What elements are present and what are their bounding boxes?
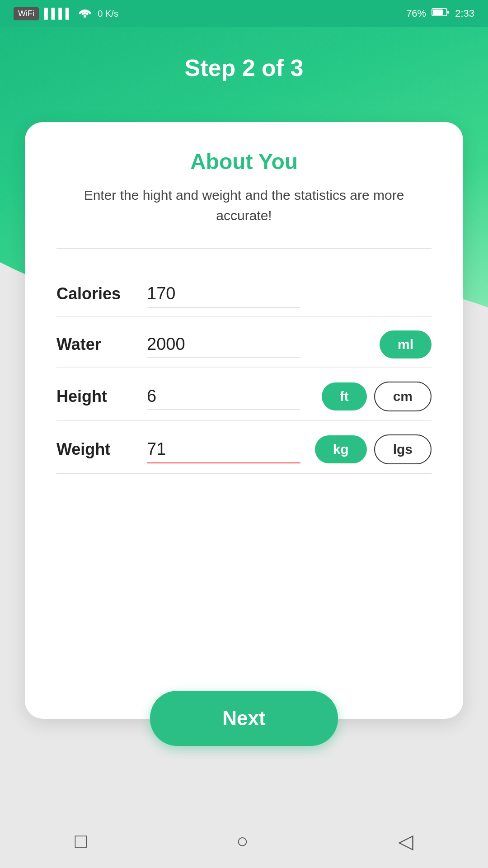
step-title-container: Step 2 of 3 (0, 54, 488, 81)
next-button-container: Next (25, 691, 463, 746)
nav-square-icon[interactable]: □ (75, 830, 87, 852)
signal-icon: ▌▌▌▌ (44, 8, 72, 19)
svg-rect-3 (447, 11, 449, 14)
water-input[interactable] (147, 331, 300, 358)
height-cm-button[interactable]: cm (374, 382, 432, 411)
height-ft-button[interactable]: ft (322, 382, 367, 410)
height-input[interactable] (147, 383, 300, 410)
height-label: Height (56, 387, 133, 406)
weight-lgs-button[interactable]: lgs (374, 434, 432, 464)
water-ml-button[interactable]: ml (380, 330, 432, 359)
bottom-nav: □ ○ ◁ (0, 814, 488, 868)
water-unit-group: ml (380, 330, 432, 359)
card-title: About You (56, 149, 432, 174)
battery-pct: 76% (406, 8, 426, 19)
main-card: About You Enter the hight and weight and… (25, 122, 463, 719)
nav-back-icon[interactable]: ◁ (398, 830, 413, 853)
height-unit-group: ft cm (322, 382, 432, 411)
svg-point-0 (84, 15, 86, 18)
water-row: Water ml (56, 317, 432, 368)
calories-input[interactable] (147, 280, 300, 307)
weight-label: Weight (56, 440, 133, 459)
status-right: 76% 2:33 (406, 7, 474, 20)
time-display: 2:33 (455, 8, 474, 19)
status-bar: WiFi ▌▌▌▌ 0 K/s 76% 2:33 (0, 0, 488, 27)
top-divider (56, 248, 432, 249)
weight-input[interactable] (147, 436, 300, 463)
svg-rect-2 (433, 9, 443, 15)
step-title: Step 2 of 3 (0, 54, 488, 81)
nav-circle-icon[interactable]: ○ (236, 830, 249, 852)
weight-unit-group: kg lgs (315, 434, 432, 464)
data-usage: 0 K/s (98, 9, 118, 19)
calories-label: Calories (56, 284, 133, 303)
next-button[interactable]: Next (150, 691, 338, 746)
height-row: Height ft cm (56, 368, 432, 421)
water-label: Water (56, 335, 133, 354)
battery-icon (432, 7, 450, 20)
wifi-icon: WiFi (14, 7, 39, 20)
calories-row: Calories (56, 267, 432, 317)
status-left: WiFi ▌▌▌▌ 0 K/s (14, 7, 118, 20)
weight-kg-button[interactable]: kg (315, 435, 367, 463)
weight-row: Weight kg lgs (56, 421, 432, 474)
wifi-signal-icon (78, 7, 92, 20)
card-subtitle: Enter the hight and weight and the stati… (56, 185, 432, 226)
